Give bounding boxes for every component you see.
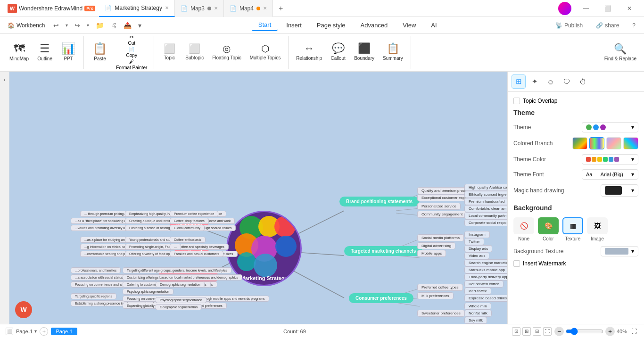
branch-opt-1[interactable] — [572, 137, 587, 149]
paste-button[interactable]: 📋 Paste — [88, 35, 112, 69]
seg-detail-2[interactable]: Customizing offerings based on local mar… — [123, 274, 242, 280]
branch-opt-3[interactable] — [606, 137, 621, 149]
share-button[interactable]: 🔗 share — [591, 20, 624, 31]
sub-sub-bot-6[interactable]: Soy milk — [464, 317, 487, 324]
add-tab-button[interactable]: + — [273, 4, 289, 13]
sub-sub-node-3[interactable]: Premium handcrafted — [464, 198, 507, 205]
fit-screen-button[interactable]: ⊡ — [512, 327, 520, 336]
seg-sub-1[interactable]: ...professionals, and families — [71, 267, 121, 273]
page-dropdown[interactable]: ▾ — [34, 329, 37, 334]
tab-close-map3[interactable]: ✕ — [214, 6, 218, 11]
seg-sub-4[interactable]: Targeting specific regions — [71, 293, 116, 299]
sub-sub-node-4[interactable]: Comfortable, clean ambience — [464, 205, 507, 212]
print-button[interactable]: 🖨 — [107, 20, 120, 31]
undo-dropdown[interactable]: ▾ — [63, 21, 71, 30]
sub-sub-bot-5[interactable]: Nonfat milk — [464, 310, 492, 317]
left-far-1[interactable]: Premium coffee experience — [170, 211, 218, 217]
sub-node-3[interactable]: Personalized service — [417, 203, 461, 210]
zoom-out-button[interactable]: − — [554, 327, 564, 336]
texture-dropdown[interactable]: ▾ — [601, 246, 638, 256]
export-button[interactable]: 📤 — [121, 20, 134, 31]
left-target-far-1[interactable]: Coffee enthusiasts — [170, 237, 206, 243]
quick-access-button[interactable]: ▾ — [135, 20, 144, 31]
theme-dropdown[interactable]: ▾ — [582, 122, 638, 132]
sub-sub-mid-2[interactable]: Twitter — [464, 238, 484, 245]
panel-tab-sticker[interactable]: ☺ — [544, 74, 558, 89]
sub-node-mid-1[interactable]: Social media platforms — [417, 234, 464, 241]
actual-size-button[interactable]: ⊞ — [522, 327, 531, 336]
seg-detail-1[interactable]: Targeting different age groups, genders,… — [123, 267, 231, 273]
callout-button[interactable]: 💬 Callout — [327, 35, 349, 69]
sub-sub-node-6[interactable]: Corporate social responsibility initiati… — [464, 219, 507, 226]
floating-topic-button[interactable]: ◎ Floating Topic — [208, 35, 245, 69]
sub-sub-bot-1[interactable]: Hot brewed coffee — [464, 280, 504, 288]
sub-sub-node-2[interactable]: Ethically sourced ingredients — [464, 191, 507, 198]
panel-collapse-button[interactable]: › — [0, 72, 9, 324]
multiple-topics-button[interactable]: ⬡ Multiple Topics — [246, 35, 284, 69]
mindmap-view-button[interactable]: 🗺 MindMap — [6, 35, 33, 69]
sub-node-mid-3[interactable]: Mobile apps — [417, 250, 446, 257]
menu-view[interactable]: View — [396, 20, 422, 31]
relationship-button[interactable]: ↔ Relationship — [292, 35, 326, 69]
page-view-toggle[interactable]: ⬜ — [6, 328, 13, 335]
panel-tab-security[interactable]: 🛡 — [560, 74, 574, 89]
publish-button[interactable]: 📡 Publish — [551, 20, 587, 31]
cut-button[interactable]: ✂ Cut — [113, 34, 150, 46]
consumer-preferences-topic[interactable]: Consumer preferences — [349, 293, 413, 303]
menu-page-style[interactable]: Page style — [310, 20, 352, 31]
tab-marketing-strategy[interactable]: 📄 Marketing Strategy ✕ — [99, 0, 175, 17]
left-target-far-3[interactable]: Families and casual customers — [170, 251, 223, 257]
theme-color-dropdown[interactable]: ▾ — [582, 154, 638, 165]
fullscreen-button[interactable]: ⛶ — [543, 327, 552, 336]
seg-detail-4[interactable]: Psychographic segmentation — [123, 289, 173, 295]
redo-dropdown[interactable]: ▾ — [84, 21, 92, 30]
seg-far-3[interactable]: Geographic segmentation — [156, 304, 202, 310]
menu-insert[interactable]: Insert — [280, 20, 308, 31]
summary-button[interactable]: 📋 Summary — [379, 35, 407, 69]
find-replace-button[interactable]: 🔍 Find & Replace — [601, 36, 640, 70]
panel-tab-style[interactable]: ⊞ — [512, 74, 526, 89]
outline-view-button[interactable]: ☰ Outline — [33, 35, 56, 69]
undo-button[interactable]: ↩ — [50, 20, 62, 31]
zoom-in-button[interactable]: + — [605, 327, 615, 336]
app-logo[interactable]: W Wondershare EdrawMind Pro — [4, 4, 99, 13]
left-far-3[interactable]: Global community — [170, 225, 205, 231]
menu-advanced[interactable]: Advanced — [354, 20, 395, 31]
user-avatar[interactable] — [558, 2, 571, 15]
sub-node-mid-2[interactable]: Digital advertising — [417, 242, 455, 249]
sub-node-bot-3[interactable]: Sweetener preferences — [417, 310, 465, 317]
sub-sub-node-5[interactable]: Local community partnerships — [464, 212, 507, 219]
format-painter-button[interactable]: 🖌 Format Painter — [113, 59, 150, 70]
workbench-button[interactable]: 🏠 Workbench — [4, 20, 49, 31]
mind-map-canvas[interactable]: Marketing Strategy Positioning Targeting… — [9, 72, 507, 324]
active-page-indicator[interactable]: Page-1 — [51, 328, 77, 335]
panel-view-button[interactable]: ⊟ — [533, 327, 541, 336]
help-button[interactable]: ? — [627, 20, 640, 31]
sub-sub-bot-2[interactable]: Iced coffee — [464, 288, 491, 295]
boundary-button[interactable]: ⬛ Boundary — [350, 35, 378, 69]
sub-node-bot-2[interactable]: Milk preferences — [417, 292, 454, 299]
bg-none-option[interactable]: 🚫 None — [513, 217, 534, 241]
redo-button[interactable]: ↪ — [72, 20, 83, 31]
sub-sub-node-1[interactable]: High quality Arabica coffee beans — [464, 184, 507, 191]
tab-close-marketing[interactable]: ✕ — [165, 5, 169, 10]
bg-image-option[interactable]: 🖼 Image — [587, 217, 608, 241]
sub-sub-mid-1[interactable]: Instagram — [464, 231, 490, 238]
watermark-checkbox[interactable] — [513, 260, 520, 267]
bg-color-option[interactable]: 🎨 Color — [538, 217, 559, 241]
panel-tab-history[interactable]: ⏱ — [576, 74, 590, 89]
subtopic-button[interactable]: ⬜ Subtopic — [182, 35, 207, 69]
topic-overlap-checkbox[interactable] — [513, 98, 520, 104]
magic-hand-dropdown[interactable]: ▾ — [601, 184, 638, 197]
copy-button[interactable]: 📄 Copy — [113, 47, 150, 58]
theme-font-dropdown[interactable]: Aa Arial (Big) ▾ — [582, 169, 638, 180]
bg-texture-option[interactable]: ▦ Texture — [562, 217, 583, 241]
window-close-button[interactable]: ✕ — [619, 0, 640, 17]
ppt-view-button[interactable]: 📊 PPT — [57, 35, 80, 69]
window-maximize-button[interactable]: ⬜ — [597, 0, 619, 17]
topic-button[interactable]: ⬜ Topic — [158, 35, 181, 69]
tab-close-map4[interactable]: ✕ — [263, 6, 267, 11]
seg-far-1[interactable]: Demographic segmentation — [156, 281, 205, 288]
sub-sub-bot-3[interactable]: Espresso based drinks — [464, 295, 507, 302]
sub-sub-mid-3[interactable]: Display ads — [464, 245, 492, 252]
